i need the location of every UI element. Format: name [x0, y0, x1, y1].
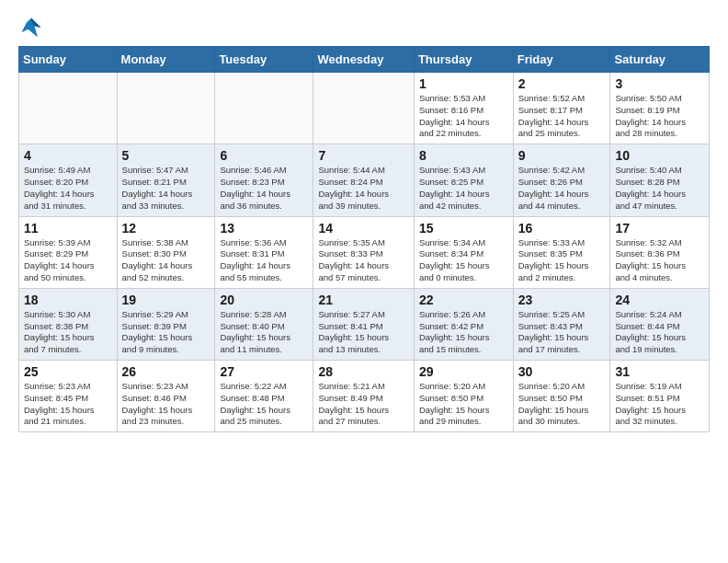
calendar-cell: 5Sunrise: 5:47 AM Sunset: 8:21 PM Daylig… [117, 144, 215, 216]
day-number: 31 [615, 364, 704, 379]
calendar-week-row: 11Sunrise: 5:39 AM Sunset: 8:29 PM Dayli… [19, 216, 710, 288]
day-info: Sunrise: 5:32 AM Sunset: 8:36 PM Dayligh… [615, 237, 704, 284]
day-number: 1 [419, 76, 508, 91]
calendar-cell: 18Sunrise: 5:30 AM Sunset: 8:38 PM Dayli… [19, 288, 118, 360]
calendar-cell [19, 73, 118, 144]
day-number: 13 [220, 221, 308, 236]
logo [18, 15, 50, 40]
calendar-cell: 25Sunrise: 5:23 AM Sunset: 8:45 PM Dayli… [19, 361, 118, 432]
day-number: 2 [518, 76, 606, 91]
day-info: Sunrise: 5:53 AM Sunset: 8:16 PM Dayligh… [419, 93, 508, 140]
day-info: Sunrise: 5:46 AM Sunset: 8:23 PM Dayligh… [220, 165, 308, 212]
calendar-day-header: Wednesday [313, 47, 414, 73]
calendar-cell: 1Sunrise: 5:53 AM Sunset: 8:16 PM Daylig… [414, 73, 513, 144]
day-info: Sunrise: 5:49 AM Sunset: 8:20 PM Dayligh… [24, 165, 112, 212]
calendar-day-header: Friday [513, 47, 610, 73]
day-number: 18 [24, 293, 112, 307]
calendar-week-row: 18Sunrise: 5:30 AM Sunset: 8:38 PM Dayli… [19, 288, 710, 360]
calendar-cell: 15Sunrise: 5:34 AM Sunset: 8:34 PM Dayli… [414, 216, 513, 288]
calendar-week-row: 1Sunrise: 5:53 AM Sunset: 8:16 PM Daylig… [19, 73, 710, 144]
calendar-cell: 9Sunrise: 5:42 AM Sunset: 8:26 PM Daylig… [513, 144, 610, 216]
day-number: 7 [318, 148, 408, 163]
day-number: 6 [220, 148, 308, 163]
day-info: Sunrise: 5:28 AM Sunset: 8:40 PM Dayligh… [220, 309, 308, 356]
calendar-cell: 7Sunrise: 5:44 AM Sunset: 8:24 PM Daylig… [313, 144, 414, 216]
day-info: Sunrise: 5:26 AM Sunset: 8:42 PM Dayligh… [419, 309, 508, 356]
day-info: Sunrise: 5:27 AM Sunset: 8:41 PM Dayligh… [318, 309, 408, 356]
day-number: 12 [122, 221, 210, 236]
calendar-cell: 21Sunrise: 5:27 AM Sunset: 8:41 PM Dayli… [313, 288, 414, 360]
day-info: Sunrise: 5:20 AM Sunset: 8:50 PM Dayligh… [419, 381, 508, 428]
day-number: 29 [419, 364, 508, 379]
calendar-cell: 6Sunrise: 5:46 AM Sunset: 8:23 PM Daylig… [215, 144, 313, 216]
day-info: Sunrise: 5:39 AM Sunset: 8:29 PM Dayligh… [24, 237, 112, 284]
day-number: 16 [518, 221, 606, 236]
calendar-cell: 2Sunrise: 5:52 AM Sunset: 8:17 PM Daylig… [513, 73, 610, 144]
day-number: 30 [518, 364, 606, 379]
calendar-cell: 17Sunrise: 5:32 AM Sunset: 8:36 PM Dayli… [610, 216, 710, 288]
day-number: 15 [419, 221, 508, 236]
calendar-day-header: Saturday [610, 47, 710, 73]
calendar-cell [313, 73, 414, 144]
calendar-cell [117, 73, 215, 144]
day-number: 24 [615, 293, 704, 307]
page-container: SundayMondayTuesdayWednesdayThursdayFrid… [0, 0, 728, 442]
calendar-cell: 3Sunrise: 5:50 AM Sunset: 8:19 PM Daylig… [610, 73, 710, 144]
day-info: Sunrise: 5:21 AM Sunset: 8:49 PM Dayligh… [318, 381, 408, 428]
day-number: 5 [122, 148, 210, 163]
calendar-cell: 28Sunrise: 5:21 AM Sunset: 8:49 PM Dayli… [313, 361, 414, 432]
calendar-cell: 29Sunrise: 5:20 AM Sunset: 8:50 PM Dayli… [414, 361, 513, 432]
day-number: 27 [220, 364, 308, 379]
day-info: Sunrise: 5:35 AM Sunset: 8:33 PM Dayligh… [318, 237, 408, 284]
day-number: 28 [318, 364, 408, 379]
calendar-table: SundayMondayTuesdayWednesdayThursdayFrid… [18, 46, 710, 432]
calendar-cell: 11Sunrise: 5:39 AM Sunset: 8:29 PM Dayli… [19, 216, 118, 288]
day-info: Sunrise: 5:29 AM Sunset: 8:39 PM Dayligh… [122, 309, 210, 356]
day-number: 3 [615, 76, 704, 91]
day-number: 19 [122, 293, 210, 307]
day-info: Sunrise: 5:30 AM Sunset: 8:38 PM Dayligh… [24, 309, 112, 356]
calendar-cell: 30Sunrise: 5:20 AM Sunset: 8:50 PM Dayli… [513, 361, 610, 432]
day-number: 21 [318, 293, 408, 307]
day-info: Sunrise: 5:52 AM Sunset: 8:17 PM Dayligh… [518, 93, 606, 140]
calendar-cell: 10Sunrise: 5:40 AM Sunset: 8:28 PM Dayli… [610, 144, 710, 216]
day-number: 11 [24, 221, 112, 236]
calendar-cell: 31Sunrise: 5:19 AM Sunset: 8:51 PM Dayli… [610, 361, 710, 432]
calendar-cell: 13Sunrise: 5:36 AM Sunset: 8:31 PM Dayli… [215, 216, 313, 288]
day-number: 17 [615, 221, 704, 236]
day-number: 10 [615, 148, 704, 163]
day-info: Sunrise: 5:47 AM Sunset: 8:21 PM Dayligh… [122, 165, 210, 212]
day-info: Sunrise: 5:33 AM Sunset: 8:35 PM Dayligh… [518, 237, 606, 284]
day-number: 25 [24, 364, 112, 379]
day-info: Sunrise: 5:24 AM Sunset: 8:44 PM Dayligh… [615, 309, 704, 356]
calendar-cell: 14Sunrise: 5:35 AM Sunset: 8:33 PM Dayli… [313, 216, 414, 288]
calendar-day-header: Sunday [19, 47, 118, 73]
calendar-cell: 27Sunrise: 5:22 AM Sunset: 8:48 PM Dayli… [215, 361, 313, 432]
day-number: 26 [122, 364, 210, 379]
calendar-week-row: 4Sunrise: 5:49 AM Sunset: 8:20 PM Daylig… [19, 144, 710, 216]
calendar-cell: 20Sunrise: 5:28 AM Sunset: 8:40 PM Dayli… [215, 288, 313, 360]
day-number: 8 [419, 148, 508, 163]
calendar-cell: 22Sunrise: 5:26 AM Sunset: 8:42 PM Dayli… [414, 288, 513, 360]
day-info: Sunrise: 5:23 AM Sunset: 8:46 PM Dayligh… [122, 381, 210, 428]
day-info: Sunrise: 5:36 AM Sunset: 8:31 PM Dayligh… [220, 237, 308, 284]
day-info: Sunrise: 5:25 AM Sunset: 8:43 PM Dayligh… [518, 309, 606, 356]
day-number: 9 [518, 148, 606, 163]
day-info: Sunrise: 5:19 AM Sunset: 8:51 PM Dayligh… [615, 381, 704, 428]
day-info: Sunrise: 5:38 AM Sunset: 8:30 PM Dayligh… [122, 237, 210, 284]
calendar-cell: 23Sunrise: 5:25 AM Sunset: 8:43 PM Dayli… [513, 288, 610, 360]
day-info: Sunrise: 5:43 AM Sunset: 8:25 PM Dayligh… [419, 165, 508, 212]
calendar-cell: 26Sunrise: 5:23 AM Sunset: 8:46 PM Dayli… [117, 361, 215, 432]
day-number: 23 [518, 293, 606, 307]
calendar-cell: 19Sunrise: 5:29 AM Sunset: 8:39 PM Dayli… [117, 288, 215, 360]
logo-icon [18, 15, 44, 40]
calendar-day-header: Thursday [414, 47, 513, 73]
calendar-day-header: Tuesday [215, 47, 313, 73]
calendar-header-row: SundayMondayTuesdayWednesdayThursdayFrid… [19, 47, 710, 73]
day-info: Sunrise: 5:40 AM Sunset: 8:28 PM Dayligh… [615, 165, 704, 212]
day-info: Sunrise: 5:20 AM Sunset: 8:50 PM Dayligh… [518, 381, 606, 428]
calendar-day-header: Monday [117, 47, 215, 73]
day-info: Sunrise: 5:22 AM Sunset: 8:48 PM Dayligh… [220, 381, 308, 428]
day-number: 14 [318, 221, 408, 236]
calendar-cell [215, 73, 313, 144]
